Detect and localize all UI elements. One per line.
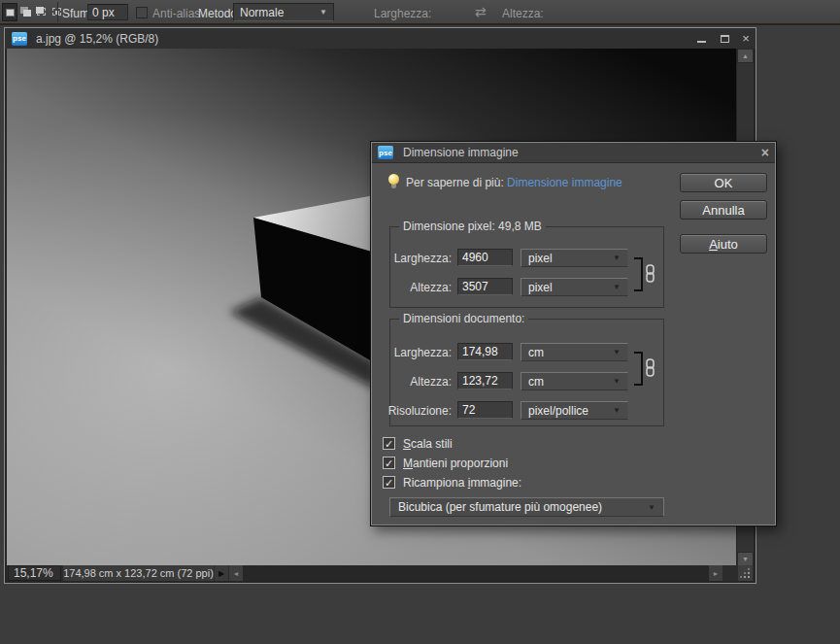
scale-styles-label: Scala stili: [403, 437, 453, 451]
scroll-left-icon[interactable]: ◄: [229, 565, 243, 581]
doc-width-unit-dropdown[interactable]: cm ▼: [521, 343, 628, 361]
maximize-button[interactable]: [714, 28, 735, 49]
resample-image-checkbox[interactable]: ✓: [383, 476, 395, 489]
scale-styles-checkbox[interactable]: ✓: [383, 437, 395, 450]
ok-button[interactable]: OK: [680, 173, 767, 192]
learn-more-label: Per saperne di più:: [406, 176, 504, 189]
doc-height-row: Altezza: cm ▼: [390, 372, 663, 390]
width-label: Larghezza:: [394, 252, 452, 265]
antialias-label: Anti-alias: [152, 7, 200, 20]
pixel-height-row: Altezza: pixel ▼: [390, 278, 663, 296]
resize-grip[interactable]: [738, 565, 753, 581]
status-flyout-icon[interactable]: ▶: [215, 565, 228, 581]
scroll-down-icon[interactable]: ▼: [737, 552, 754, 566]
close-button[interactable]: ×: [735, 28, 756, 49]
subtract-selection-icon[interactable]: [33, 3, 49, 21]
pixel-width-input[interactable]: [457, 249, 513, 266]
zoom-level-field[interactable]: 15,17%: [8, 565, 61, 581]
cancel-button[interactable]: Annulla: [680, 200, 767, 220]
resolution-label: Risoluzione:: [388, 404, 452, 418]
chevron-down-icon: ▼: [613, 406, 621, 415]
doc-height-unit-dropdown[interactable]: cm ▼: [521, 372, 628, 390]
feather-input[interactable]: [87, 4, 128, 20]
pse-app-icon: pse: [12, 32, 27, 46]
width-label: Larghezza:: [394, 346, 452, 359]
mode-dropdown-value: Normale: [240, 6, 284, 19]
new-selection-icon[interactable]: [2, 3, 17, 21]
document-size-group: Dimensioni documento: Larghezza: cm ▼ Al…: [389, 319, 664, 426]
selection-mode-group: [2, 3, 64, 21]
constrain-proportions-checkbox[interactable]: ✓: [383, 457, 395, 469]
pixel-height-input[interactable]: [457, 278, 513, 295]
height-label: Altezza:: [502, 7, 544, 20]
scroll-up-icon[interactable]: ▲: [737, 49, 754, 63]
resample-method-dropdown[interactable]: Bicubica (per sfumature più omogenee) ▼: [389, 497, 664, 517]
pixel-width-row: Larghezza: pixel ▼: [390, 249, 663, 267]
chevron-down-icon: ▼: [613, 377, 621, 386]
lightbulb-icon: [388, 174, 399, 185]
document-size-status: 174,98 cm x 123,72 cm (72 ppi): [63, 565, 214, 581]
swap-dimensions-icon[interactable]: ⇄: [475, 4, 487, 19]
resolution-input[interactable]: [457, 401, 513, 419]
pixel-dimensions-group: Dimensione pixel: 49,8 MB Larghezza: pix…: [389, 226, 664, 308]
width-label: Larghezza:: [374, 7, 431, 20]
chain-link-icon: [645, 264, 655, 283]
photoshop-elements-app: Sfuma: Anti-alias Metodo: Normale ▼ Larg…: [0, 0, 840, 644]
scroll-right-icon[interactable]: ►: [709, 565, 722, 581]
link-bracket: [634, 352, 643, 386]
dialog-title: Dimensione immagine: [403, 146, 519, 159]
add-selection-icon[interactable]: [17, 3, 33, 21]
help-button[interactable]: Aiuto: [680, 234, 767, 254]
learn-more-row: Per saperne di più: Dimensione immagine: [406, 176, 622, 189]
resample-image-label: Ricampiona immagine:: [403, 476, 521, 490]
resolution-unit-dropdown[interactable]: pixel/pollice ▼: [521, 401, 628, 420]
tool-options-bar: Sfuma: Anti-alias Metodo: Normale ▼ Larg…: [0, 0, 840, 25]
image-size-dialog: pse Dimensione immagine × Per saperne di…: [370, 141, 777, 526]
height-label: Altezza:: [410, 375, 452, 389]
dialog-titlebar[interactable]: pse Dimensione immagine ×: [372, 143, 775, 163]
pse-dialog-icon: pse: [378, 146, 393, 159]
pixel-height-unit-dropdown[interactable]: pixel ▼: [521, 278, 628, 296]
document-titlebar[interactable]: pse a.jpg @ 15,2% (RGB/8) ×: [5, 28, 756, 49]
resolution-row: Risoluzione: pixel/pollice ▼: [390, 401, 663, 420]
chevron-down-icon: ▼: [319, 8, 327, 17]
doc-width-row: Larghezza: cm ▼: [390, 343, 663, 361]
pixel-group-legend: Dimensione pixel: 49,8 MB: [399, 220, 546, 233]
learn-more-link[interactable]: Dimensione immagine: [507, 176, 622, 189]
constrain-proportions-label: Mantieni proporzioni: [403, 457, 508, 470]
chevron-down-icon: ▼: [613, 348, 621, 356]
doc-height-input[interactable]: [457, 372, 513, 390]
chevron-down-icon: ▼: [648, 503, 655, 512]
document-group-legend: Dimensioni documento:: [399, 312, 528, 325]
chevron-down-icon: ▼: [613, 254, 621, 262]
pixel-width-unit-dropdown[interactable]: pixel ▼: [521, 249, 628, 267]
chevron-down-icon: ▼: [613, 283, 621, 291]
dialog-close-icon[interactable]: ×: [761, 145, 769, 160]
resample-method-value: Bicubica (per sfumature più omogenee): [398, 500, 602, 514]
toolbar-divider: [57, 2, 58, 22]
horizontal-scrollbar[interactable]: ◄ ►: [229, 565, 722, 581]
doc-width-input[interactable]: [457, 343, 513, 360]
link-bracket: [634, 257, 643, 291]
height-label: Altezza:: [410, 281, 452, 294]
status-bar: 15,17% 174,98 cm x 123,72 cm (72 ppi) ▶ …: [7, 565, 754, 581]
mode-dropdown[interactable]: Normale ▼: [233, 3, 334, 21]
antialias-checkbox[interactable]: [136, 7, 148, 18]
minimize-button[interactable]: [690, 28, 712, 49]
document-title: a.jpg @ 15,2% (RGB/8): [36, 32, 158, 46]
chain-link-icon: [645, 358, 655, 377]
